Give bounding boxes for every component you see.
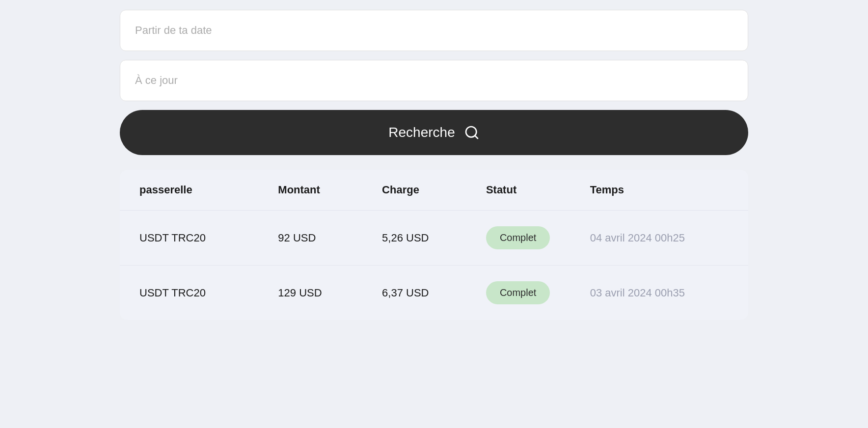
- cell-time-1: 04 avril 2024 00h25: [590, 232, 729, 244]
- date-from-input[interactable]: [120, 10, 748, 51]
- status-badge-2: Complet: [486, 281, 550, 304]
- date-to-input[interactable]: [120, 60, 748, 101]
- page-container: Recherche passerelle Montant Charge Stat…: [90, 0, 778, 330]
- search-button-label: Recherche: [388, 125, 455, 140]
- cell-gateway-2: USDT TRC20: [139, 287, 278, 299]
- col-header-charge: Charge: [382, 184, 486, 196]
- table-header: passerelle Montant Charge Statut Temps: [120, 170, 748, 211]
- date-to-wrapper: [120, 60, 748, 101]
- cell-time-2: 03 avril 2024 00h35: [590, 287, 729, 299]
- col-header-amount: Montant: [278, 184, 382, 196]
- cell-amount-2: 129 USD: [278, 287, 382, 299]
- cell-amount-1: 92 USD: [278, 232, 382, 244]
- col-header-status: Statut: [486, 184, 590, 196]
- svg-line-1: [475, 135, 478, 138]
- cell-charge-1: 5,26 USD: [382, 232, 486, 244]
- col-header-gateway: passerelle: [139, 184, 278, 196]
- table-row: USDT TRC20 92 USD 5,26 USD Complet 04 av…: [120, 211, 748, 266]
- search-button[interactable]: Recherche: [120, 110, 748, 155]
- cell-gateway-1: USDT TRC20: [139, 232, 278, 244]
- results-table: passerelle Montant Charge Statut Temps U…: [120, 170, 748, 320]
- cell-charge-2: 6,37 USD: [382, 287, 486, 299]
- col-header-time: Temps: [590, 184, 729, 196]
- cell-status-1: Complet: [486, 226, 590, 249]
- status-badge-1: Complet: [486, 226, 550, 249]
- cell-status-2: Complet: [486, 281, 590, 304]
- table-row: USDT TRC20 129 USD 6,37 USD Complet 03 a…: [120, 266, 748, 320]
- search-icon: [464, 125, 480, 140]
- date-from-wrapper: [120, 10, 748, 51]
